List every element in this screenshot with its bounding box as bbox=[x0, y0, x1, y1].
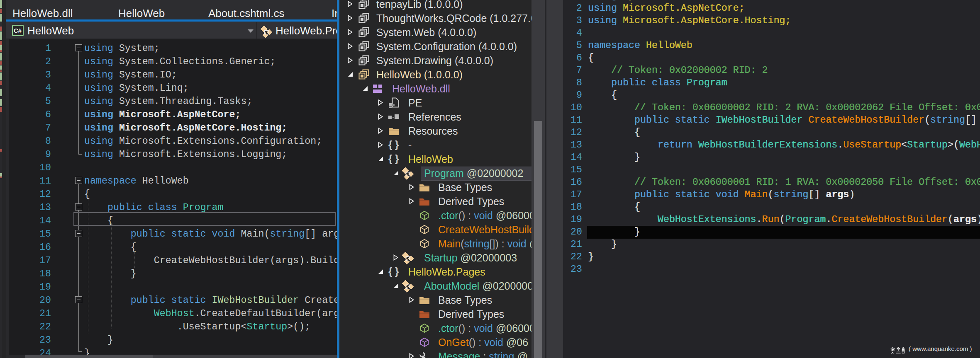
svg-text:{ }: { } bbox=[388, 140, 399, 150]
svg-text:{ }: { } bbox=[388, 266, 399, 277]
svg-text:{ }: { } bbox=[388, 154, 399, 164]
